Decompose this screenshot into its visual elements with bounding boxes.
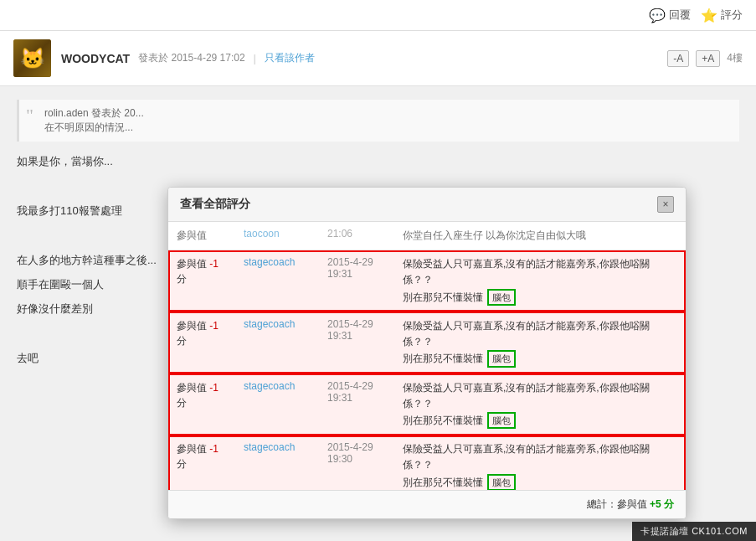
ratings-table: 參與值 taocoon 21:06 你堂自任入座生仔 以為你沈定自由似大哦 參與… [168, 222, 686, 490]
rating-time: 2015-4-2919:31 [319, 312, 394, 374]
star-icon: ⭐ [701, 7, 717, 23]
rating-user[interactable]: stagecoach [235, 312, 319, 374]
post-meta: WOODYCAT 發表於 2015-4-29 17:02 | 只看該作者 [61, 51, 657, 65]
modal-close-button[interactable]: × [657, 196, 674, 213]
only-author-link[interactable]: 只看該作者 [265, 51, 315, 65]
rating-user[interactable]: stagecoach [235, 374, 319, 435]
rating-time: 21:06 [319, 222, 394, 250]
post-time: 發表於 2015-4-29 17:02 [138, 51, 244, 65]
modal-title: 查看全部評分 [180, 197, 250, 212]
site-label: 卡提諾論壇 CK101.COM [632, 522, 756, 541]
quote-text: 在不明原因的情況... [44, 121, 729, 135]
post-header: WOODYCAT 發表於 2015-4-29 17:02 | 只看該作者 -A … [0, 31, 756, 86]
quote-mark: " [26, 105, 33, 126]
reply-icon: 💬 [649, 7, 666, 23]
modal-header: 查看全部評分 × [168, 188, 686, 222]
rating-user[interactable]: stagecoach [235, 435, 319, 490]
rating-time: 2015-4-2919:31 [319, 374, 394, 435]
rating-comment: 保險受益人只可嘉直系,沒有的話才能嘉旁系,你跟他唂關係？？別在那兒不懂裝懂 腦包 [394, 250, 686, 312]
rating-type: 參與值 -1分 [168, 374, 235, 435]
rating-type: 參與值 -1分 [168, 435, 235, 490]
ratings-modal: 查看全部評分 × 參與值 taocoon 21:06 你堂自任入座生仔 以為你沈… [167, 187, 687, 519]
rating-comment: 保險受益人只可嘉直系,沒有的話才能嘉旁系,你跟他唂關係？？別在那兒不懂裝懂 腦包 [394, 435, 686, 490]
table-row: 參與值 -1分 stagecoach 2015-4-2919:31 保險受益人只… [168, 312, 686, 374]
quote-block: " rolin.aden 發表於 20... 在不明原因的情況... [17, 100, 739, 142]
rating-button[interactable]: ⭐ 評分 [701, 7, 743, 23]
rating-user[interactable]: stagecoach [235, 250, 319, 312]
table-row: 參與值 -1分 stagecoach 2015-4-2919:31 保險受益人只… [168, 250, 686, 312]
font-increase-button[interactable]: +A [696, 50, 720, 67]
reply-label: 回覆 [669, 8, 691, 23]
table-row: 參與值 -1分 stagecoach 2015-4-2919:31 保險受益人只… [168, 374, 686, 435]
avatar-image [13, 39, 51, 77]
separator: | [254, 52, 256, 64]
reply-button[interactable]: 💬 回覆 [649, 7, 691, 23]
top-bar: 💬 回覆 ⭐ 評分 [0, 0, 756, 31]
font-decrease-button[interactable]: -A [667, 50, 689, 67]
username: WOODYCAT [61, 52, 130, 65]
rating-comment: 你堂自任入座生仔 以為你沈定自由似大哦 [394, 222, 686, 250]
rating-type: 參與值 -1分 [168, 312, 235, 374]
table-row: 參與值 -1分 stagecoach 2015-4-2919:30 保險受益人只… [168, 435, 686, 490]
badge: 腦包 [487, 412, 516, 429]
post-controls: -A +A 4樓 [667, 50, 743, 67]
modal-body[interactable]: 參與值 taocoon 21:06 你堂自任入座生仔 以為你沈定自由似大哦 參與… [168, 222, 686, 490]
avatar [13, 39, 51, 77]
rating-type: 參與值 -1分 [168, 250, 235, 312]
rating-time: 2015-4-2919:30 [319, 435, 394, 490]
footer-total-label: 總計：參與值 +5 分 [587, 498, 674, 510]
badge: 腦包 [487, 474, 516, 490]
rating-comment: 保險受益人只可嘉直系,沒有的話才能嘉旁系,你跟他唂關係？？別在那兒不懂裝懂 腦包 [394, 312, 686, 374]
rating-label: 評分 [721, 8, 743, 23]
modal-footer: 總計：參與值 +5 分 [168, 490, 686, 518]
floor-number: 4樓 [727, 51, 743, 65]
table-row: 參與值 taocoon 21:06 你堂自任入座生仔 以為你沈定自由似大哦 [168, 222, 686, 250]
badge: 腦包 [487, 289, 516, 306]
footer-value: +5 分 [650, 498, 674, 510]
quote-author: rolin.aden 發表於 20... [44, 106, 729, 121]
post-line-1: 如果是你，當場你... [17, 152, 739, 171]
rating-type: 參與值 [168, 222, 235, 250]
rating-time: 2015-4-2919:31 [319, 250, 394, 312]
rating-user[interactable]: taocoon [235, 222, 319, 250]
badge: 腦包 [487, 350, 516, 367]
rating-comment: 保險受益人只可嘉直系,沒有的話才能嘉旁系,你跟他唂關係？？別在那兒不懂裝懂 腦包 [394, 374, 686, 435]
main-content: " rolin.aden 發表於 20... 在不明原因的情況... 如果是你，… [0, 86, 756, 541]
